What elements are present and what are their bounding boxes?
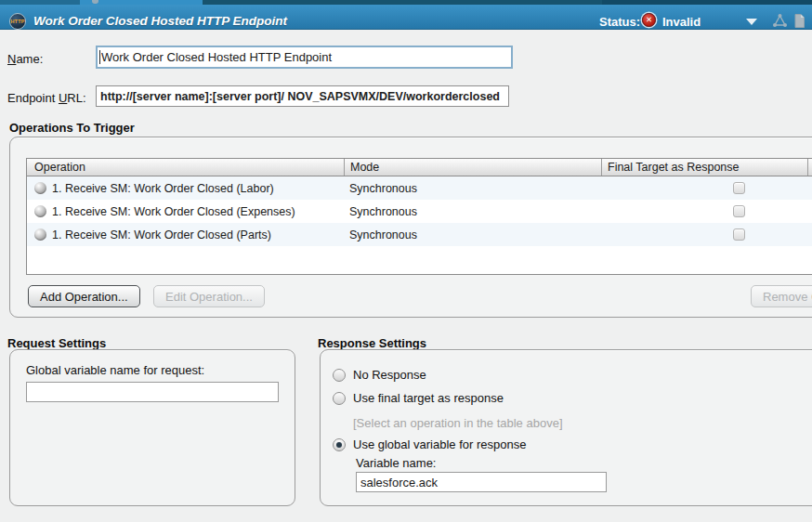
- radio-row-no-response[interactable]: No Response: [333, 368, 426, 382]
- name-label: Name:: [7, 52, 43, 66]
- radio-row-final-target[interactable]: Use final target as response: [333, 391, 504, 405]
- operation-name: 1. Receive SM: Work Order Closed (Expens…: [52, 205, 295, 218]
- operation-mode: Synchronous: [344, 182, 601, 195]
- final-target-radio[interactable]: [333, 392, 346, 405]
- table-header-row: Operation Mode Final Target as Response: [27, 159, 812, 176]
- variable-name-label: Variable name:: [356, 456, 436, 470]
- operation-icon: [34, 205, 46, 217]
- operation-mode: Synchronous: [344, 205, 601, 218]
- operation-mode: Synchronous: [344, 228, 601, 241]
- status-dropdown-icon[interactable]: [746, 19, 757, 25]
- table-row[interactable]: 1. Receive SM: Work Order Closed (Labor)…: [27, 176, 812, 200]
- endpoint-url-label: Endpoint URL:: [7, 91, 86, 105]
- status-badge: Invalid: [662, 15, 701, 29]
- add-operation-button[interactable]: Add Operation...: [28, 285, 140, 307]
- final-target-checkbox[interactable]: [733, 228, 745, 241]
- operation-name: 1. Receive SM: Work Order Closed (Parts): [52, 228, 271, 241]
- final-target-checkbox[interactable]: [733, 205, 745, 217]
- endpoint-editor-window: HTTP Work Order Closed Hosted HTTP Endpo…: [0, 0, 812, 522]
- title-bar: HTTP Work Order Closed Hosted HTTP Endpo…: [0, 5, 812, 30]
- operations-section-title: Operations To Trigger: [9, 121, 135, 135]
- edit-operation-button[interactable]: Edit Operation...: [153, 285, 265, 307]
- request-settings-title: Request Settings: [7, 336, 106, 350]
- column-header-mode[interactable]: Mode: [344, 159, 601, 176]
- name-input[interactable]: [96, 46, 513, 69]
- remove-operation-button[interactable]: Remove O: [751, 285, 812, 307]
- status-invalid-icon: ✕: [642, 13, 656, 27]
- operation-name: 1. Receive SM: Work Order Closed (Labor): [52, 182, 274, 195]
- operation-icon: [34, 182, 46, 194]
- column-header-operation[interactable]: Operation: [27, 159, 344, 176]
- final-target-label: Use final target as response: [353, 391, 504, 405]
- variable-name-input[interactable]: [356, 472, 607, 492]
- operations-table: Operation Mode Final Target as Response …: [26, 158, 812, 275]
- column-header-final-target[interactable]: Final Target as Response: [601, 159, 807, 176]
- no-response-label: No Response: [353, 368, 426, 382]
- map-share-icon[interactable]: [772, 13, 788, 29]
- text-caret: [99, 50, 100, 64]
- document-icon[interactable]: [792, 13, 807, 29]
- no-response-radio[interactable]: [333, 369, 346, 382]
- global-variable-radio[interactable]: [333, 438, 346, 451]
- radio-row-global-variable[interactable]: Use global variable for response: [333, 437, 526, 451]
- table-row[interactable]: 1. Receive SM: Work Order Closed (Expens…: [27, 200, 812, 223]
- global-variable-label: Global variable name for request:: [26, 363, 204, 377]
- operation-icon: [34, 228, 46, 241]
- page-title: Work Order Closed Hosted HTTP Endpoint: [33, 14, 287, 28]
- response-settings-title: Response Settings: [318, 336, 426, 350]
- http-endpoint-icon: HTTP: [9, 13, 26, 30]
- table-row[interactable]: 1. Receive SM: Work Order Closed (Parts)…: [27, 223, 812, 246]
- status-label: Status:: [599, 15, 640, 29]
- final-target-hint: [Select an operation in the table above]: [353, 416, 563, 430]
- final-target-checkbox[interactable]: [733, 182, 745, 194]
- column-header-spacer: [807, 159, 812, 176]
- endpoint-url-field[interactable]: [96, 85, 509, 107]
- global-variable-input[interactable]: [26, 382, 279, 402]
- global-variable-response-label: Use global variable for response: [353, 437, 526, 451]
